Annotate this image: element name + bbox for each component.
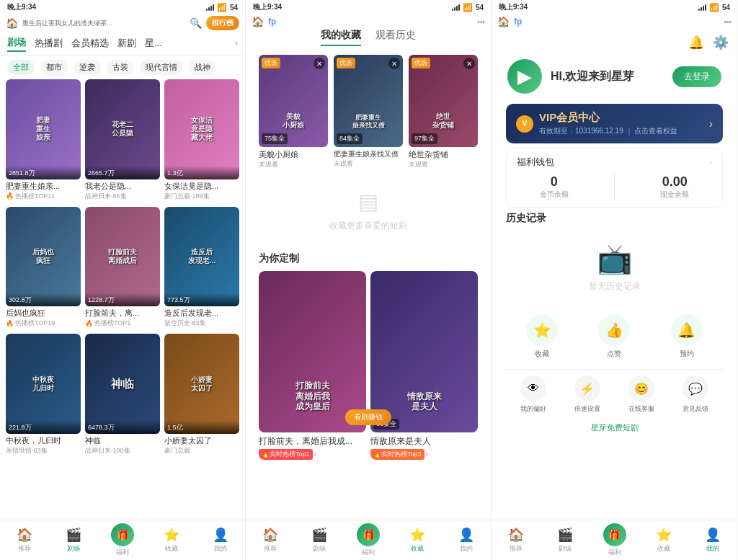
nav-welfare-3[interactable]: 🎁 福利 [590,523,639,557]
drama-card-9[interactable]: 小娇妻太囚了 1.5亿 小娇妻太囚了 豪门总裁 [164,334,239,457]
close-3[interactable]: ✕ [463,58,475,69]
ranking-badge[interactable]: 排行榜 [206,16,239,30]
search-icon-1[interactable]: 🔍 [190,17,202,29]
nav-welfare-2[interactable]: 🎁 福利 [344,523,393,557]
feedback-icon: 💬 [683,375,708,401]
speed-label: 倍速设置 [574,404,600,414]
filter-modern[interactable]: 现代言情 [140,60,183,75]
tab-history[interactable]: 观看历史 [375,29,416,46]
filter-tabs: 全部 都市 逆袭 古装 现代言情 战神 [0,55,245,79]
nav-mine-1[interactable]: 👤 我的 [196,527,245,554]
nav-star[interactable]: 星... [145,35,162,51]
nav-collect-2[interactable]: ⭐ 收藏 [393,527,442,554]
nav-welfare-1[interactable]: 🎁 福利 [98,523,147,557]
recommend-card-1[interactable]: 打脸前夫离婚后我成为皇后 打脸前夫，离婚后我成... 🔥实时热榜Top1 › [259,271,366,460]
title-3: 女保洁竟是隐... [164,181,239,192]
filter-all[interactable]: 全部 [7,60,35,75]
drama-card-5[interactable]: 打脸前夫离婚成后 1228.7万 打脸前夫，离... 🔥热播榜TOP1 [85,207,160,330]
qa-reserve[interactable]: 🔔 预约 [671,314,703,359]
ctitle-1: 美貌小厨娘 [259,149,328,160]
nav-new[interactable]: 新剧 [117,35,136,51]
theater-icon-2: 🎬 [311,527,327,543]
filter-city[interactable]: 都市 [40,60,68,75]
setting-service[interactable]: 😊 在线客服 [628,375,654,414]
drama-thumb-4: 后妈也疯狂 302.8万 [6,207,81,307]
settings-icon[interactable]: ⚙️ [713,35,729,50]
badge-1: 优选 [262,58,280,68]
mine-icon-3: 👤 [705,527,721,543]
nav-collect-1[interactable]: ⭐ 收藏 [147,527,196,554]
drama-card-6[interactable]: 造反后发现老... 773.5万 造反后发现老... 架空历史·63集 [164,207,239,330]
drama-card-4[interactable]: 后妈也疯狂 302.8万 后妈也疯狂 🔥热播榜TOP19 [6,207,81,330]
panel-theater: 晚上9:34 📶 54 🏠 重生后让害我女儿的渣夫绿茶... 🔍 排行榜 剧场 … [0,0,246,560]
nav-vip[interactable]: 会员精选 [71,35,109,51]
collection-2[interactable]: 优选 ✕ 84集全 肥妻重生娘亲找又偾 肥妻重生娘亲找又偾 未观看 [334,55,403,172]
nav-collect-3[interactable]: ⭐ 收藏 [639,527,688,554]
profile-info: HI,欢迎来到星芽 [551,69,664,84]
collection-1[interactable]: 优选 ✕ 75集全 美貌小厨娘 美貌小厨娘 未观看 [259,55,328,172]
vip-card[interactable]: V VIP会员中心 有效期至：1031966.12.19 ｜ 点击查看权益 › [506,104,723,143]
collection-grid: 优选 ✕ 75集全 美貌小厨娘 美貌小厨娘 未观看 优选 ✕ 84集全 肥妻重生… [252,52,485,174]
bottom-nav-2: 🏠 推荐 🎬 剧场 🎁 福利 ⭐ 收藏 👤 我的 [246,520,491,560]
nav-recommend-1[interactable]: 🏠 推荐 [0,527,49,554]
nav-theater-btn-1[interactable]: 🎬 剧场 [49,527,98,554]
qa-collect-icon: ⭐ [526,314,558,346]
nav-mine-2[interactable]: 👤 我的 [442,527,491,554]
vip-badge: V [516,115,533,133]
title-8: 神临 [85,435,160,446]
nav-theater-btn-2[interactable]: 🎬 剧场 [295,527,344,554]
setting-speed[interactable]: ⚡ 倍速设置 [574,375,600,414]
sub-4: 🔥热播榜TOP19 [6,319,81,328]
collect-label-2: 收藏 [411,544,424,554]
wallet-arrow[interactable]: › [709,157,712,167]
login-button[interactable]: 去登录 [672,66,721,87]
home-icon-1: 🏠 [6,17,18,29]
rec-thumb-2: 66集全 情敌原来是夫人 [370,271,478,432]
filter-reverse[interactable]: 逆袭 [74,60,101,75]
bell-icon[interactable]: 🔔 [688,35,704,50]
nav-theater-btn-3[interactable]: 🎬 剧场 [541,527,590,554]
recommend-card-2[interactable]: 66集全 情敌原来是夫人 情敌原来是夫人 🔥实时热榜Top3 › [370,271,478,460]
battery-2: 54 [476,4,484,12]
setting-feedback[interactable]: 💬 意见反馈 [683,375,708,414]
collection-3[interactable]: 优选 ✕ 97集全 绝世杂货铺 绝世杂货铺 未观看 [409,55,478,172]
rec-title-2: 情敌原来是夫人 [370,432,478,449]
nav-theater[interactable]: 剧场 [7,35,26,52]
drama-card-3[interactable]: 女保洁竟是隐藏大佬 1.3亿 女保洁竟是隐... 豪门总裁·189集 [164,79,239,203]
search-text-1[interactable]: 重生后让害我女儿的渣夫绿茶... [22,19,185,28]
recommend-label-1: 推荐 [18,544,31,554]
views-9: 1.5亿 [167,424,183,431]
drama-card-7[interactable]: 中秋夜儿归时 221.8万 中秋夜，儿归时 亲情世情·63集 [6,334,81,457]
mine-label-1: 我的 [214,544,227,554]
app-icons-row-2: 🏠 fp ••• [246,14,491,29]
sub-8: 战神归来·100集 [85,446,160,455]
qa-collect[interactable]: ⭐ 收藏 [526,314,558,359]
nav-recommend-2[interactable]: 🏠 推荐 [246,527,295,554]
tab-collection[interactable]: 我的收藏 [321,29,361,46]
drama-thumb-2: 花老二公是隐 2665.7万 [85,79,160,179]
drama-card-2[interactable]: 花老二公是隐 2665.7万 我老公是隐... 战神归来·86集 [85,79,160,203]
status-bar-1: 晚上9:34 📶 54 [0,0,245,14]
drama-card-1[interactable]: 肥妻重生娘亲 2851.8万 肥妻重生娘亲... 🔥热播榜TOP11 [6,79,81,203]
theater-label-3: 剧场 [559,544,572,554]
arrow-2: › [426,450,428,458]
filter-ancient[interactable]: 古装 [107,60,134,75]
views-4: 302.8万 [9,296,32,303]
welfare-label-2: 福利 [362,548,375,557]
panel3-header: 🔔 ⚙️ [492,29,737,53]
nav-hot[interactable]: 热播剧 [35,35,63,51]
setting-preference[interactable]: 👁 我的偏好 [520,375,546,414]
sub-7: 亲情世情·63集 [6,446,81,455]
nav-mine-3[interactable]: 👤 我的 [688,527,737,554]
mine-icon-2: 👤 [458,527,474,543]
filter-war[interactable]: 战神 [189,60,216,75]
close-2[interactable]: ✕ [388,58,400,69]
qa-like[interactable]: 👍 点赞 [598,314,630,359]
nav-recommend-3[interactable]: 🏠 推荐 [492,527,541,554]
vip-validity: 有效期至：1031966.12.19 [539,127,623,135]
close-1[interactable]: ✕ [314,58,325,69]
rec-icon-3: 🏠 [508,527,524,543]
drama-card-8[interactable]: 神临 6478.3万 神临 战神归来·100集 [85,334,160,457]
earn-badge[interactable]: 看剧赚钱 [345,409,391,425]
sub-3: 豪门总裁·189集 [164,192,239,201]
